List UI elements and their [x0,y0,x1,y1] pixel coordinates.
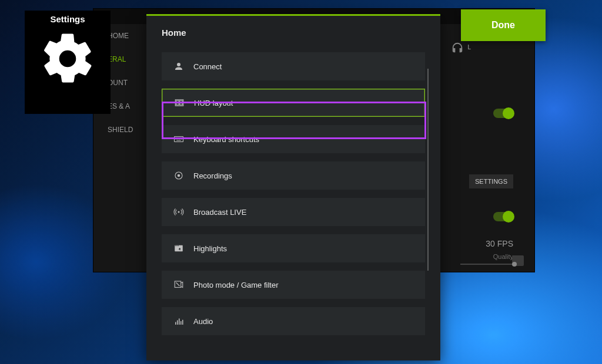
settings-tile[interactable]: Settings [25,11,111,114]
menu-item-label: Connect [193,62,222,71]
menu-item-label: Keyboard shortcuts [193,135,259,144]
audio-icon [172,315,185,328]
nav-shield[interactable]: SHIELD [93,118,151,141]
headphones-icon[interactable] [451,42,464,55]
overlay-settings-panel: Home Connect HUD layout Keyboard shortcu… [146,14,440,360]
hud-layout-icon [173,96,186,109]
menu-item-highlights[interactable]: Highlights [162,234,425,262]
svg-point-2 [178,174,180,177]
overlay-menu-list: Connect HUD layout Keyboard shortcuts Re… [162,52,425,357]
scrollbar-thumb[interactable] [427,69,429,271]
svg-point-3 [178,211,180,213]
menu-item-audio[interactable]: Audio [162,307,425,335]
keyboard-icon [172,133,185,146]
menu-item-hud-layout[interactable]: HUD layout [162,89,425,117]
settings-button[interactable]: SETTINGS [469,174,513,188]
menu-item-photo-mode[interactable]: Photo mode / Game filter [162,271,425,299]
settings-tile-title: Settings [50,14,85,24]
record-icon [172,169,185,182]
menu-item-label: Audio [193,317,213,326]
menu-item-label: Highlights [193,244,227,253]
photo-mode-icon [172,278,185,291]
quality-slider[interactable] [460,264,513,265]
broadcast-icon [172,205,185,218]
done-button[interactable]: Done [461,9,546,41]
menu-item-recordings[interactable]: Recordings [162,161,425,190]
highlights-icon [172,242,185,255]
svg-rect-4 [175,245,183,252]
menu-item-label: Photo mode / Game filter [193,281,279,289]
menu-item-connect[interactable]: Connect [162,52,425,80]
person-icon [172,60,185,73]
quality-label: Quality [493,253,513,260]
menu-item-broadcast-live[interactable]: Broadcast LIVE [162,198,425,226]
toggle-overlay[interactable] [493,109,513,118]
menu-item-label: Broadcast LIVE [193,208,246,217]
menu-item-label: HUD layout [194,99,233,107]
menu-item-label: Recordings [193,171,232,180]
toggle-option[interactable] [493,212,513,221]
overlay-title: Home [146,16,440,46]
gear-icon [39,26,96,90]
menu-item-keyboard-shortcuts[interactable]: Keyboard shortcuts [162,125,425,153]
fps-value: 30 FPS [486,239,513,248]
user-label: L [467,44,471,50]
